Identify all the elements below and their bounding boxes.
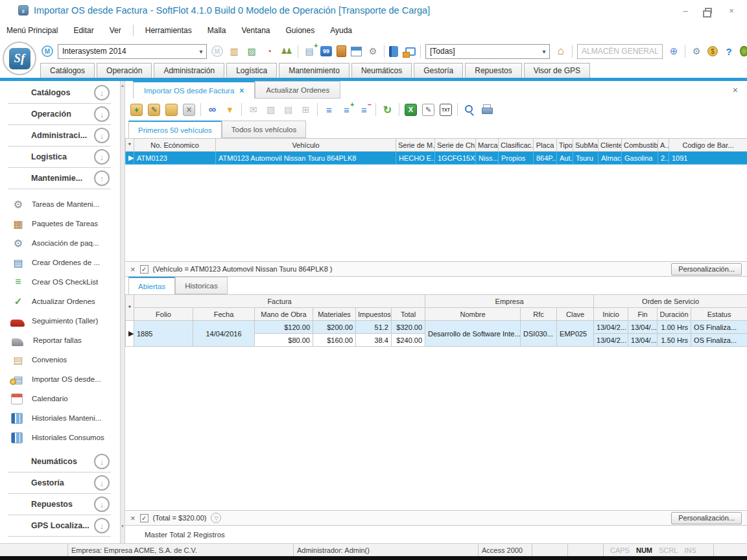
menu-item-menu-principal[interactable]: Menú Principal (6, 26, 58, 35)
personalization-button[interactable]: Personalización... (671, 263, 742, 275)
menu-item-ayuda[interactable]: Ayuda (330, 26, 352, 35)
module-tab-operacion[interactable]: Operación (97, 63, 152, 78)
sidebar-item-asociacion-de-paq[interactable]: ⚙Asociación de paq... (0, 233, 120, 253)
sidebar-splitter[interactable]: ▴ ▾ (120, 81, 125, 543)
collapse-down-icon[interactable]: ↓ (94, 496, 110, 512)
personalization-button[interactable]: Personalización... (671, 512, 742, 524)
globe-icon[interactable]: ⊕ (667, 45, 680, 58)
add-record-icon[interactable]: + (130, 104, 143, 116)
menu-item-ventana[interactable]: Ventana (241, 26, 270, 35)
column-header-combustible[interactable]: Combustible (622, 139, 658, 152)
column-header-duracion[interactable]: Duración (658, 308, 691, 321)
image-icon[interactable]: ▨ (245, 45, 258, 58)
column-header-rfc[interactable]: Rfc (521, 308, 557, 321)
column-header-inicio[interactable]: Inicio (594, 308, 628, 321)
sidebar-group-gps-localiza[interactable]: GPS Localiza...↓ (8, 515, 111, 537)
sidebar-group-mantenimie[interactable]: Mantenimie...↑ (8, 168, 111, 189)
sidebar-item-reportar-fallas[interactable]: Reportar fallas (0, 331, 120, 350)
archive-box-icon[interactable]: ▥ (228, 45, 241, 58)
sidebar-group-repuestos[interactable]: Repuestos↓ (8, 494, 111, 515)
collapse-down-icon[interactable]: ↓ (94, 149, 110, 165)
module-tab-logistica[interactable]: Logística (226, 63, 277, 78)
print-preview-icon[interactable] (463, 104, 475, 116)
sidebar-item-importar-os-desde[interactable]: ▤Importar OS desde... (0, 369, 120, 389)
company-combo[interactable]: Interasystem 2014 ▾ (58, 44, 207, 59)
excel-export-icon[interactable]: X (405, 104, 417, 116)
column-header-cliente[interactable]: Cliente (599, 139, 622, 152)
filter-close-icon[interactable]: × (130, 265, 136, 274)
badge-99-icon[interactable]: 99 (320, 46, 332, 56)
sidebar-group-neumaticos[interactable]: Neumáticos↓ (8, 451, 111, 472)
tree-collapse-icon[interactable]: ≡ (358, 104, 370, 116)
invoice-row-1[interactable]: ▶ 1885 14/04/2016 $120.00 $200.00 51.2 $… (126, 321, 747, 334)
menu-item-herramientas[interactable]: Herramientas (145, 26, 192, 35)
collapse-down-icon[interactable]: ↓ (94, 85, 110, 100)
data-record-icon[interactable] (165, 104, 178, 116)
column-header-clave[interactable]: Clave (557, 308, 594, 321)
column-header-vehiculo[interactable]: Vehículo (216, 139, 396, 152)
module-tab-gestoria[interactable]: Gestoría (414, 63, 463, 78)
column-header-mano-de-obra[interactable]: Mano de Obra (255, 308, 313, 321)
users-icon[interactable]: ♟♟ (280, 45, 293, 58)
filter-close-icon[interactable]: × (130, 514, 136, 522)
panel-close-icon[interactable]: × (733, 85, 738, 95)
splitter-down-icon[interactable]: ▾ (121, 524, 124, 529)
bug-icon[interactable] (740, 46, 747, 56)
column-group-factura[interactable]: Factura (134, 295, 425, 308)
column-header-impuestos[interactable]: Impuestos (356, 308, 392, 321)
table-icon[interactable] (351, 47, 362, 56)
column-header-tipo[interactable]: Tipo (557, 139, 573, 152)
tree-expand-icon[interactable]: ≡ (340, 104, 353, 116)
module-tab-administracion[interactable]: Administración (154, 63, 224, 78)
filter-checkbox[interactable]: ✓ (140, 514, 148, 522)
refresh-icon[interactable]: ↻ (381, 104, 394, 116)
column-header-materiales[interactable]: Materiales (313, 308, 356, 321)
module-tab-catalogos[interactable]: Catálogos (40, 63, 95, 78)
home-icon[interactable]: ⌂ (554, 45, 567, 58)
sidebar-item-actualizar-ordenes[interactable]: ✓Actualizar Ordenes (0, 292, 120, 311)
collapse-down-icon[interactable]: ↓ (94, 475, 110, 491)
sidebar-item-tareas-de-manteni[interactable]: ⚙Tareas de Manteni... (0, 194, 120, 214)
column-header-serie-de-m[interactable]: Serie de M... (396, 139, 435, 152)
sidebar-group-catalogos[interactable]: Catálogos↓ (8, 82, 111, 104)
sidebar-group-administraci[interactable]: Administraci...↓ (8, 125, 111, 146)
menu-item-editar[interactable]: Editar (73, 26, 93, 35)
column-header-clasificac[interactable]: Clasificac... (499, 139, 534, 152)
filter-checkbox[interactable]: ✓ (140, 265, 148, 274)
column-header-serie-de-ch[interactable]: Serie de Ch... (435, 139, 476, 152)
column-group-orden-servicio[interactable]: Orden de Servicio (594, 295, 747, 308)
menu-item-malla[interactable]: Malla (208, 26, 226, 35)
collapse-up-icon[interactable]: ↑ (94, 170, 110, 186)
delete-record-icon[interactable]: × (183, 104, 195, 116)
tab-abiertas[interactable]: Abiertas (128, 277, 175, 294)
funnel-menu-icon[interactable]: ▽ (211, 513, 221, 523)
tab-close-icon[interactable]: × (239, 86, 244, 95)
almacen-input[interactable] (577, 44, 663, 59)
column-header-marca[interactable]: Marca (476, 139, 499, 152)
sidebar-item-crear-os-checklist[interactable]: ≡Crear OS CheckList (0, 272, 120, 292)
sidebar-group-logistica[interactable]: Logistica↓ (8, 146, 111, 168)
m-badge-icon[interactable]: M (42, 45, 53, 57)
column-header-nombre[interactable]: Nombre (425, 308, 521, 321)
column-header-folio[interactable]: Folio (134, 308, 193, 321)
document-add-icon[interactable]: ▤ (303, 45, 316, 58)
tree-list-icon[interactable]: ≡ (323, 104, 335, 116)
column-header-fecha[interactable]: Fecha (193, 308, 255, 321)
column-header-codigo-de-bar[interactable]: Codigo de Bar... (669, 139, 747, 152)
module-tab-visor-de-gps[interactable]: Visor de GPS (524, 63, 590, 78)
restore-icon[interactable] (705, 8, 712, 14)
sidebar-item-historiales-consumos[interactable]: Historiales Consumos (0, 428, 120, 447)
module-tab-neumaticos[interactable]: Neumáticos (351, 63, 412, 78)
print-icon[interactable] (480, 104, 493, 116)
gauge-icon[interactable]: ◔ (263, 45, 276, 58)
todas-filter-combo[interactable]: [Todas] ▾ (425, 44, 550, 59)
collapse-down-icon[interactable]: ↓ (94, 518, 110, 533)
sidebar-group-operacion[interactable]: Operación↓ (8, 104, 111, 125)
sidebar-item-seguimiento-taller[interactable]: Seguimiento (Taller) (0, 311, 120, 331)
close-icon[interactable]: × (726, 6, 737, 16)
gear-icon[interactable]: ⚙ (366, 45, 379, 58)
module-tab-repuestos[interactable]: Repuestos (465, 63, 521, 78)
sidebar-item-calendario[interactable]: Calendario (0, 389, 120, 408)
edit-record-icon[interactable]: ✎ (148, 104, 160, 116)
column-header-submar[interactable]: SubMar... (573, 139, 599, 152)
